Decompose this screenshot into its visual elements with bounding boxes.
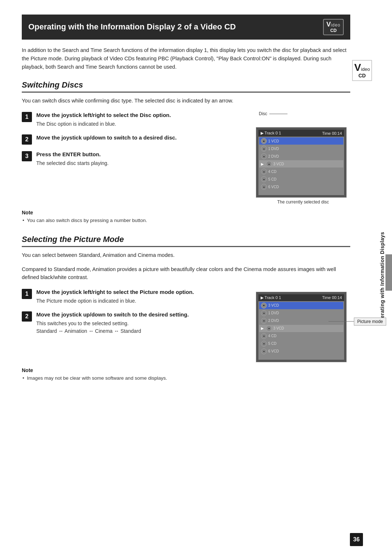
pm-label-3: 4 CD bbox=[268, 334, 277, 338]
pm-step-2-detail-2: Standard ↔ Animation ↔ Cinema ↔ Standard bbox=[36, 327, 189, 335]
row-label-1: 2 DVD bbox=[268, 154, 279, 158]
step-number-3: 3 bbox=[22, 151, 32, 161]
pm-icon-0: ● bbox=[261, 310, 267, 316]
pm-icon-3: ● bbox=[261, 333, 267, 339]
disc-screen: ▶ Track 0 1 Time 00:14 ● 1 VCD ● bbox=[256, 127, 347, 198]
pm-icon-2: ● bbox=[266, 326, 272, 331]
arrow-indicator: ▶ bbox=[261, 162, 264, 166]
row-label-2: 3 VCD bbox=[273, 162, 284, 166]
pm-step-2: 2 Move the joystick up/down to switch to… bbox=[22, 311, 245, 335]
pm-step-1-heading: Move the joystick left/right to select t… bbox=[36, 288, 194, 296]
pm-step-2-detail-1: This switches you to the selected settin… bbox=[36, 320, 189, 327]
callout-line bbox=[328, 321, 354, 322]
header-bar: Operating with the Information Display 2… bbox=[22, 15, 350, 40]
screen-row-1: ● 2 DVD bbox=[259, 153, 343, 160]
pm-step-1-detail: The Picture mode option is indicated in … bbox=[36, 297, 194, 305]
pm-icon-1: ● bbox=[261, 318, 267, 324]
picture-mode-title: Selecting the Picture Mode bbox=[22, 235, 350, 247]
pm-screen-time: Time 00:14 bbox=[322, 295, 342, 300]
pm-label-5: 6 VCD bbox=[268, 349, 279, 353]
screen-inner: ▶ Track 0 1 Time 00:14 ● 1 VCD ● bbox=[258, 130, 344, 195]
vcd-cd: CD bbox=[330, 28, 336, 33]
switching-discs-steps: 1 Move the joystick left/right to select… bbox=[22, 111, 245, 205]
pm-arrow: ▶ bbox=[261, 326, 264, 330]
pm-highlighted-row: ● 3 VCD bbox=[259, 302, 343, 309]
pm-icon-5: ● bbox=[261, 348, 267, 354]
pm-step-2-heading: Move the joystick up/down to switch to t… bbox=[36, 311, 189, 318]
step-number-2: 2 bbox=[22, 134, 32, 145]
side-vcd-cd: CD bbox=[358, 73, 366, 78]
note-text-2: Images may not be clear with some softwa… bbox=[22, 375, 350, 382]
picture-mode-content: 1 Move the joystick left/right to select… bbox=[22, 288, 350, 362]
pm-step-number-1: 1 bbox=[22, 289, 32, 299]
disc-icon-3: ● bbox=[261, 169, 267, 174]
vcd-header-badge: Video CD bbox=[323, 19, 344, 35]
row-label-0: 1 DVD bbox=[268, 147, 279, 151]
switching-discs-section: Switching Discs You can switch discs whi… bbox=[22, 80, 350, 225]
disc-icon-2: ● bbox=[266, 161, 272, 167]
screen-track: ▶ Track 0 1 bbox=[261, 131, 281, 136]
row-label-5: 6 VCD bbox=[268, 185, 279, 189]
picture-mode-intro-1: You can select between Standard, Animati… bbox=[22, 251, 350, 259]
screen-row-4: ● 5 CD bbox=[259, 175, 343, 183]
screen-time: Time 00:14 bbox=[322, 131, 342, 136]
pm-screen-top-bar: ▶ Track 0 1 Time 00:14 bbox=[258, 294, 344, 301]
row-label-4: 5 CD bbox=[268, 177, 277, 181]
pm-label-1: 2 DVD bbox=[268, 319, 279, 323]
pm-row-5: ● 6 VCD bbox=[259, 348, 343, 355]
pm-step-2-content: Move the joystick up/down to switch to t… bbox=[36, 311, 189, 335]
switching-discs-intro: You can switch discs while confirming di… bbox=[22, 97, 350, 105]
picture-mode-callout: Picture mode bbox=[328, 318, 386, 326]
step-1-detail: The Disc option is indicated in blue. bbox=[36, 120, 171, 128]
page-title: Operating with the Information Display 2… bbox=[28, 22, 236, 32]
disc-icon-0: ● bbox=[261, 146, 267, 152]
disc-icon-5: ● bbox=[261, 184, 267, 190]
picture-mode-intro-2: Compared to Standard mode, Animation pro… bbox=[22, 266, 350, 282]
screen-row-3: ● 4 CD bbox=[259, 168, 343, 175]
pm-screen-track: ▶ Track 0 1 bbox=[261, 295, 281, 300]
step-1-heading: Move the joystick left/right to select t… bbox=[36, 111, 171, 119]
pm-row-2: ▶ ● 3 VCD bbox=[259, 325, 343, 332]
sidebar-text: Operating with Information Displays bbox=[379, 232, 385, 326]
picture-mode-note: Note Images may not be clear with some s… bbox=[22, 367, 350, 382]
screen-highlighted-row: ● 1 VCD bbox=[259, 137, 343, 145]
step-1: 1 Move the joystick left/right to select… bbox=[22, 111, 245, 128]
disc-icon-4: ● bbox=[261, 176, 267, 182]
pm-step-1: 1 Move the joystick left/right to select… bbox=[22, 288, 245, 305]
step-2: 2 Move the joystick up/down to switch to… bbox=[22, 134, 245, 145]
screen-row-2: ▶ ● 3 VCD bbox=[259, 160, 343, 167]
note-title-2: Note bbox=[22, 367, 350, 373]
step-3-detail: The selected disc starts playing. bbox=[36, 160, 109, 167]
pm-row-3: ● 4 CD bbox=[259, 332, 343, 340]
picture-mode-callout-label: Picture mode bbox=[354, 318, 386, 326]
switching-discs-content: 1 Move the joystick left/right to select… bbox=[22, 111, 350, 205]
picture-mode-image-column: ▶ Track 0 1 Time 00:14 ● 3 VCD ● 1 DVD bbox=[256, 288, 350, 362]
pm-label-4: 5 CD bbox=[268, 342, 277, 346]
pm-label-2: 3 VCD bbox=[273, 326, 284, 330]
pm-screen-inner: ▶ Track 0 1 Time 00:14 ● 3 VCD ● 1 DVD bbox=[258, 294, 344, 360]
disc-image-column: Disc ▶ Track 0 1 Time 00:14 bbox=[256, 111, 350, 205]
disc-label-indicator: Disc bbox=[259, 111, 350, 116]
pm-icon-4: ● bbox=[261, 341, 267, 347]
step-3-content: Press the ENTER button. The selected dis… bbox=[36, 150, 109, 167]
disc-label-text: Disc bbox=[259, 111, 267, 116]
pm-row-4: ● 5 CD bbox=[259, 340, 343, 347]
step-1-content: Move the joystick left/right to select t… bbox=[36, 111, 171, 128]
note-title-1: Note bbox=[22, 210, 350, 215]
picture-mode-steps: 1 Move the joystick left/right to select… bbox=[22, 288, 245, 362]
sidebar-label: Operating with Information Displays bbox=[372, 0, 392, 557]
picture-mode-section: Selecting the Picture Mode You can selec… bbox=[22, 235, 350, 382]
step-3-heading: Press the ENTER button. bbox=[36, 150, 109, 158]
intro-paragraph: In addition to the Search and Time Searc… bbox=[22, 46, 350, 72]
pm-step-1-content: Move the joystick left/right to select t… bbox=[36, 288, 194, 305]
screen-row-5: ● 6 VCD bbox=[259, 183, 343, 190]
side-vcd-badge: Video CD bbox=[352, 60, 372, 81]
vcd-v: Video bbox=[326, 21, 340, 28]
highlight-label: 1 VCD bbox=[268, 139, 279, 143]
step-number-1: 1 bbox=[22, 112, 32, 122]
row-label-3: 4 CD bbox=[268, 170, 277, 174]
switching-discs-title: Switching Discs bbox=[22, 80, 350, 93]
disc-icon-1: ● bbox=[261, 153, 267, 159]
step-2-content: Move the joystick up/down to switch to a… bbox=[36, 134, 177, 143]
picture-mode-screen: ▶ Track 0 1 Time 00:14 ● 3 VCD ● 1 DVD bbox=[256, 292, 347, 362]
